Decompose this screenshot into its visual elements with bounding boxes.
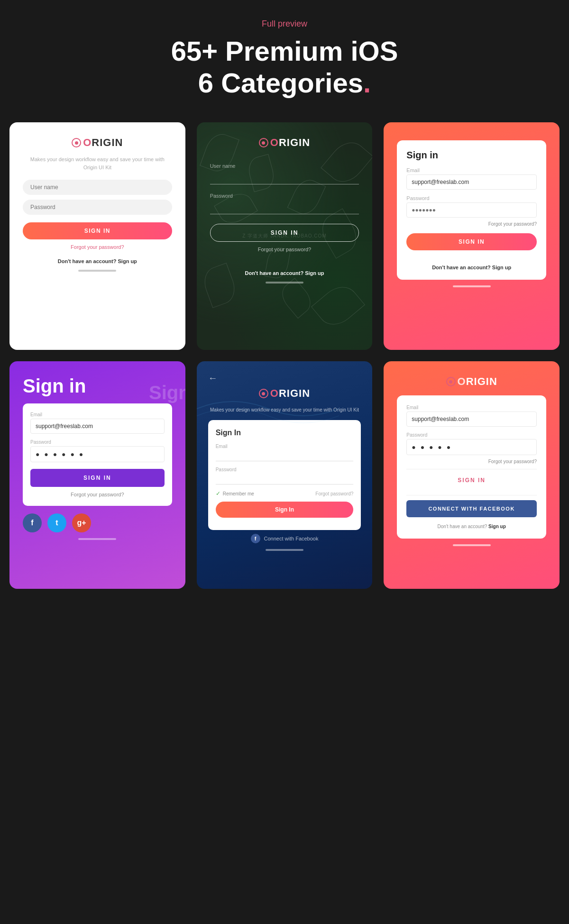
card1-logo-text: ORIGIN — [83, 137, 123, 149]
card5-email-label: Email — [216, 444, 354, 449]
card3-email-label: Email — [406, 167, 537, 173]
card4-signin-ghost: Sign — [149, 382, 185, 403]
card-2-dark: ORIGIN User name Password SIGN IN Forgot… — [197, 122, 373, 350]
card6-email-input[interactable] — [406, 412, 537, 427]
card4-signin-button[interactable]: SIGN IN — [30, 469, 165, 487]
card5-fb-connect-label: Connect with Facebook — [264, 536, 319, 541]
card3-home-bar — [453, 285, 491, 287]
card6-logo-icon — [446, 377, 456, 386]
card6-signup-text: Don't have an account? Sign up — [406, 524, 537, 529]
card1-forgot-link[interactable]: Forgot your password? — [71, 244, 124, 250]
card5-back-button[interactable]: ← — [208, 373, 218, 384]
card4-password-dots: ● ● ● ● ● ● — [30, 446, 165, 462]
card6-inner: Email Password ● ● ● ● ● Forgot your pas… — [397, 395, 546, 539]
card6-forgot-link[interactable]: Forgot your password? — [406, 459, 537, 464]
card5-fb-connect[interactable]: f Connect with Facebook — [251, 534, 319, 543]
card6-email-label: Email — [406, 405, 537, 410]
card-5-blue: ← ORIGIN Makes your design workflow easy… — [197, 361, 373, 589]
card1-logo: ORIGIN — [72, 137, 123, 149]
card1-signup-text: Don't have an account? Sign up — [58, 254, 137, 264]
card5-tagline: Makes your design workflow easy and save… — [210, 406, 359, 413]
card6-password-dots: ● ● ● ● ● — [406, 439, 537, 455]
card2-signin-button[interactable]: SIGN IN — [210, 224, 359, 242]
card4-signin-big: Sign in — [23, 375, 86, 397]
card5-check-icon: ✓ — [216, 490, 220, 497]
header: Full preview 65+ Premium iOS 6 Categorie… — [9, 19, 560, 99]
card1-signin-button[interactable]: SIGN IN — [23, 222, 172, 239]
card6-home-bar — [453, 544, 491, 546]
card5-remember-me[interactable]: ✓ Remember me — [216, 490, 254, 497]
card1-home-bar — [78, 270, 116, 272]
card2-password-input[interactable] — [210, 201, 359, 214]
card4-email-input[interactable] — [30, 419, 165, 434]
card4-email-label: Email — [30, 412, 165, 417]
card5-logo-icon — [259, 389, 268, 398]
page-wrapper: Full preview 65+ Premium iOS 6 Categorie… — [0, 0, 569, 617]
card2-form: User name Password SIGN IN Forgot your p… — [210, 163, 359, 276]
screens-grid-row1: ORIGIN Makes your design workflow easy a… — [9, 122, 560, 350]
card3-password-input[interactable] — [406, 202, 537, 218]
card6-divider — [406, 469, 537, 469]
card2-username-input[interactable] — [210, 171, 359, 184]
card1-form: SIGN IN Forgot your password? Don't have… — [23, 180, 172, 264]
card2-username-label: User name — [210, 163, 359, 169]
card6-password-label: Password — [406, 432, 537, 438]
card4-password-label: Password — [30, 439, 165, 445]
card4-twitter-btn[interactable]: t — [47, 513, 66, 532]
card-4-purple: Sign in Sign Email Password ● ● ● ● ● ● … — [9, 361, 185, 589]
card5-home-bar — [266, 549, 303, 551]
card5-forgot-link[interactable]: Forgot password? — [315, 491, 353, 496]
card6-fb-button[interactable]: CONNECT WITH FACEBOOK — [406, 500, 537, 517]
card3-email-input[interactable] — [406, 174, 537, 190]
card3-signin-button[interactable]: SIGN IN — [406, 233, 537, 250]
card-6-gradient: ORIGIN Email Password ● ● ● ● ● Forgot y… — [384, 361, 560, 589]
card5-whitebox: Sign In Email Password ✓ Remember me For… — [208, 420, 361, 530]
card2-password-label: Password — [210, 193, 359, 199]
card1-logo-icon — [72, 138, 81, 147]
card4-facebook-btn[interactable]: f — [23, 513, 42, 532]
card5-logo-text: ORIGIN — [270, 387, 310, 400]
card5-logo: ORIGIN — [259, 387, 310, 400]
card2-logo: ORIGIN — [259, 137, 310, 149]
card3-password-label: Password — [406, 195, 537, 201]
card5-password-label: Password — [216, 467, 354, 472]
card2-logo-icon — [259, 138, 268, 147]
card3-overlay: Sign in Email Password Forgot your passw… — [397, 140, 546, 280]
card4-googleplus-btn[interactable]: g+ — [72, 513, 91, 532]
card3-title: Sign in — [406, 150, 537, 161]
card6-logo: ORIGIN — [446, 375, 497, 388]
card4-home-bar — [78, 538, 116, 540]
card5-remember-row: ✓ Remember me Forgot password? — [216, 490, 354, 497]
card5-email-input[interactable] — [216, 450, 354, 461]
card3-forgot-link[interactable]: Forgot your password? — [406, 221, 537, 227]
card4-forgot-link[interactable]: Forgot your password? — [30, 492, 165, 497]
card6-signin-button[interactable]: SIGN IN — [406, 474, 537, 486]
card2-home-bar — [266, 282, 303, 284]
header-title: 65+ Premium iOS 6 Categories. — [9, 36, 560, 99]
card2-forgot-link[interactable]: Forgot your password? — [258, 247, 312, 252]
card4-inner: Email Password ● ● ● ● ● ● SIGN IN Forgo… — [23, 403, 172, 506]
card2-signup-text: Don't have an account? Sign up — [245, 265, 324, 276]
card5-password-input[interactable] — [216, 474, 354, 485]
card-3-gradient: Sign in Email Password Forgot your passw… — [384, 122, 560, 350]
screens-grid-row2: Sign in Sign Email Password ● ● ● ● ● ● … — [9, 361, 560, 589]
card1-password-input[interactable] — [23, 200, 172, 215]
card5-fb-icon: f — [251, 534, 260, 543]
card5-signin-button[interactable]: Sign In — [216, 502, 354, 518]
card4-social-row: f t g+ — [23, 513, 91, 532]
card-1-white: ORIGIN Makes your design workflow easy a… — [9, 122, 185, 350]
header-subtitle: Full preview — [9, 19, 560, 29]
card6-divider2 — [406, 495, 537, 495]
card5-signin-title: Sign In — [216, 429, 354, 437]
card1-tagline: Makes your design workflow easy and save… — [23, 156, 172, 171]
card6-logo-text: ORIGIN — [458, 375, 497, 388]
card3-signup-text: Don't have an account? Sign up — [406, 260, 537, 270]
card1-username-input[interactable] — [23, 180, 172, 195]
card2-logo-text: ORIGIN — [270, 137, 310, 149]
